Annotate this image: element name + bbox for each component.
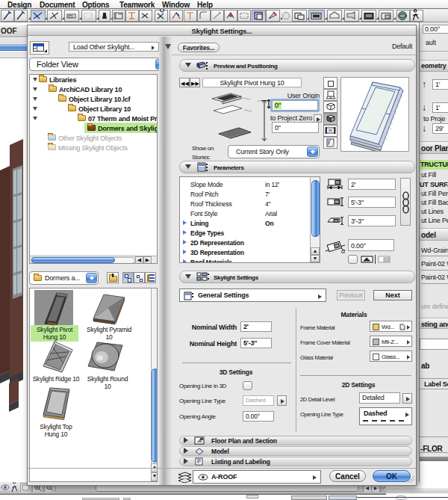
- svg-text:α: α: [341, 247, 346, 253]
